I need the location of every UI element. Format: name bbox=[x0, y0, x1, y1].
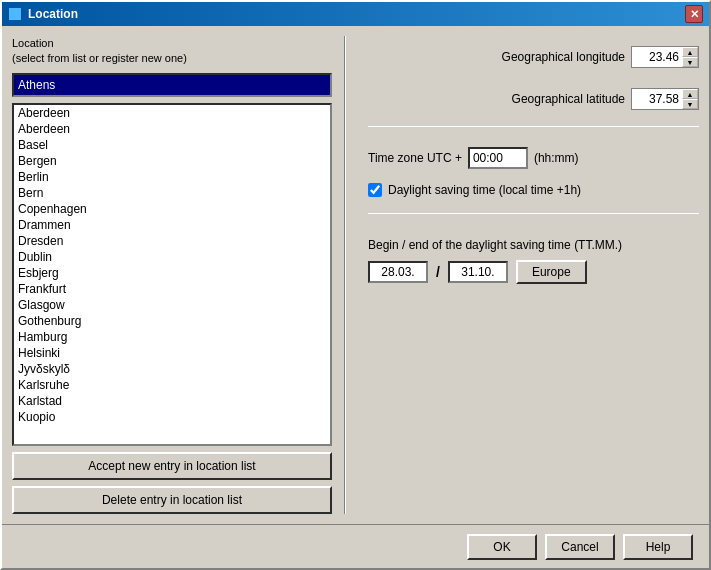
location-list-container: AberdeenAberdeenBaselBergenBerlinBernCop… bbox=[12, 103, 332, 446]
location-listbox[interactable]: AberdeenAberdeenBaselBergenBerlinBernCop… bbox=[14, 105, 330, 444]
list-item[interactable]: Basel bbox=[14, 137, 330, 153]
list-item[interactable]: Aberdeen bbox=[14, 121, 330, 137]
close-button[interactable]: ✕ bbox=[685, 5, 703, 23]
dst-checkbox-row: Daylight saving time (local time +1h) bbox=[368, 183, 699, 197]
list-item[interactable]: Kuopio bbox=[14, 409, 330, 425]
dst-dates-row: / Europe bbox=[368, 260, 699, 284]
list-item[interactable]: Jyvδskylδ bbox=[14, 361, 330, 377]
vertical-divider bbox=[344, 36, 346, 514]
list-item[interactable]: Dresden bbox=[14, 233, 330, 249]
list-item[interactable]: Hamburg bbox=[14, 329, 330, 345]
list-item[interactable]: Gothenburg bbox=[14, 313, 330, 329]
selected-location-input[interactable] bbox=[12, 73, 332, 97]
left-panel: Location (select from list or register n… bbox=[12, 36, 332, 514]
right-panel: Geographical longitude ▲ ▼ Geographical … bbox=[358, 36, 699, 514]
delete-entry-button[interactable]: Delete entry in location list bbox=[12, 486, 332, 514]
dialog-icon bbox=[8, 7, 22, 21]
dst-separator: / bbox=[436, 264, 440, 280]
geo-latitude-row: Geographical latitude ▲ ▼ bbox=[368, 88, 699, 110]
location-label: Location (select from list or register n… bbox=[12, 36, 332, 67]
longitude-up-button[interactable]: ▲ bbox=[682, 47, 698, 57]
list-item[interactable]: Frankfurt bbox=[14, 281, 330, 297]
help-button[interactable]: Help bbox=[623, 534, 693, 560]
horizontal-divider-1 bbox=[368, 126, 699, 127]
latitude-spinbox: ▲ ▼ bbox=[631, 88, 699, 110]
ok-button[interactable]: OK bbox=[467, 534, 537, 560]
timezone-row: Time zone UTC + (hh:mm) bbox=[368, 147, 699, 169]
horizontal-divider-2 bbox=[368, 213, 699, 214]
dialog-footer: OK Cancel Help bbox=[2, 524, 709, 568]
timezone-hint: (hh:mm) bbox=[534, 151, 579, 165]
geo-latitude-label: Geographical latitude bbox=[512, 92, 625, 106]
list-item[interactable]: Helsinki bbox=[14, 345, 330, 361]
latitude-up-button[interactable]: ▲ bbox=[682, 89, 698, 99]
list-item[interactable]: Berlin bbox=[14, 169, 330, 185]
dialog-body: Location (select from list or register n… bbox=[2, 26, 709, 524]
longitude-down-button[interactable]: ▼ bbox=[682, 57, 698, 67]
list-item[interactable]: Aberdeen bbox=[14, 105, 330, 121]
dst-checkbox[interactable] bbox=[368, 183, 382, 197]
list-item[interactable]: Bern bbox=[14, 185, 330, 201]
cancel-button[interactable]: Cancel bbox=[545, 534, 615, 560]
geo-longitude-row: Geographical longitude ▲ ▼ bbox=[368, 46, 699, 68]
longitude-input[interactable] bbox=[632, 47, 682, 67]
dst-section: Begin / end of the daylight saving time … bbox=[368, 238, 699, 284]
longitude-spinbox: ▲ ▼ bbox=[631, 46, 699, 68]
dialog-title: Location bbox=[28, 7, 78, 21]
latitude-input[interactable] bbox=[632, 89, 682, 109]
list-item[interactable]: Karlstad bbox=[14, 393, 330, 409]
location-dialog: Location ✕ Location (select from list or… bbox=[0, 0, 711, 570]
dst-begin-input[interactable] bbox=[368, 261, 428, 283]
list-item[interactable]: Copenhagen bbox=[14, 201, 330, 217]
dst-section-title: Begin / end of the daylight saving time … bbox=[368, 238, 699, 252]
list-item[interactable]: Drammen bbox=[14, 217, 330, 233]
list-item[interactable]: Esbjerg bbox=[14, 265, 330, 281]
list-item[interactable]: Glasgow bbox=[14, 297, 330, 313]
accept-entry-button[interactable]: Accept new entry in location list bbox=[12, 452, 332, 480]
timezone-label: Time zone UTC + bbox=[368, 151, 462, 165]
title-bar: Location ✕ bbox=[2, 2, 709, 26]
timezone-input[interactable] bbox=[468, 147, 528, 169]
list-item[interactable]: Karlsruhe bbox=[14, 377, 330, 393]
geo-longitude-label: Geographical longitude bbox=[502, 50, 625, 64]
dst-checkbox-label[interactable]: Daylight saving time (local time +1h) bbox=[388, 183, 581, 197]
list-item[interactable]: Bergen bbox=[14, 153, 330, 169]
dst-end-input[interactable] bbox=[448, 261, 508, 283]
list-item[interactable]: Dublin bbox=[14, 249, 330, 265]
europe-button[interactable]: Europe bbox=[516, 260, 587, 284]
latitude-down-button[interactable]: ▼ bbox=[682, 99, 698, 109]
